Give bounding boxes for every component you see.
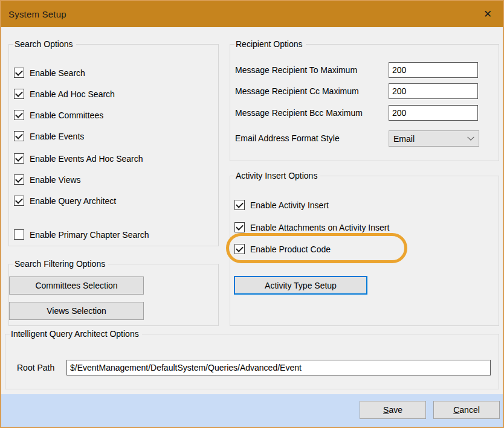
checkbox-enable-events[interactable]: Enable Events xyxy=(14,130,84,142)
checkbox-label: Enable Views xyxy=(30,175,81,185)
checkbox-box-icon[interactable] xyxy=(14,89,24,99)
recipient-cc-maximum-input[interactable]: 200 xyxy=(389,83,478,99)
groupbox-recipient-options: Recipient Options Message Recipient To M… xyxy=(230,44,499,161)
cancel-button[interactable]: Cancel xyxy=(433,401,500,419)
titlebar: System Setup ✕ xyxy=(1,1,503,27)
checkbox-label: Enable Committees xyxy=(30,110,103,120)
checkbox-box-icon[interactable] xyxy=(14,153,24,164)
button-label: Views Selection xyxy=(47,306,106,316)
root-path-input[interactable]: $/EventManagement/DefaultSystem/Queries/… xyxy=(66,360,491,375)
dropdown-selected-value: Email xyxy=(393,134,415,144)
checkbox-box-icon[interactable] xyxy=(234,200,245,210)
groupbox-title: Recipient Options xyxy=(234,39,306,49)
checkbox-box-icon[interactable] xyxy=(14,174,24,185)
button-label: Committees Selection xyxy=(35,281,117,290)
checkbox-label: Enable Primary Chapter Search xyxy=(30,230,149,240)
checkbox-box-icon[interactable] xyxy=(14,131,24,141)
activity-type-setup-button[interactable]: Activity Type Setup xyxy=(234,276,367,295)
checkbox-box-icon[interactable] xyxy=(14,229,24,240)
button-label: Activity Type Setup xyxy=(265,281,337,290)
field-label-recipient-bcc-maximum: Message Recipient Bcc Maximum xyxy=(235,105,363,121)
checkbox-label: Enable Activity Insert xyxy=(250,200,329,210)
groupbox-search-options: Search Options Enable Search Enable Ad H… xyxy=(8,44,219,246)
checkbox-label: Enable Attachments on Activity Insert xyxy=(250,223,389,232)
save-button[interactable]: Save xyxy=(360,401,426,419)
close-icon[interactable]: ✕ xyxy=(476,1,499,27)
checkbox-box-icon[interactable] xyxy=(234,244,245,254)
groupbox-activity-insert-options: Activity Insert Options Enable Activity … xyxy=(230,176,499,326)
groupbox-intelligent-query-architect-options: Intelligent Query Architect Options Root… xyxy=(5,334,499,389)
system-setup-dialog: System Setup ✕ Search Options Enable Sea… xyxy=(0,0,504,428)
window-title: System Setup xyxy=(8,9,66,19)
checkbox-enable-query-architect[interactable]: Enable Query Architect xyxy=(14,195,116,206)
views-selection-button[interactable]: Views Selection xyxy=(9,302,144,320)
chevron-down-icon xyxy=(467,133,474,140)
checkbox-label: Enable Events Ad Hoc Search xyxy=(30,154,143,164)
groupbox-search-filtering-options: Search Filtering Options Committees Sele… xyxy=(8,264,219,326)
checkbox-box-icon[interactable] xyxy=(14,68,24,78)
checkbox-enable-primary-chapter-search[interactable]: Enable Primary Chapter Search xyxy=(14,229,149,240)
checkbox-enable-views[interactable]: Enable Views xyxy=(14,174,81,185)
footer-bar: Save Cancel xyxy=(1,394,503,427)
checkbox-label: Enable Product Code xyxy=(250,244,331,254)
checkbox-enable-events-ad-hoc-search[interactable]: Enable Events Ad Hoc Search xyxy=(14,153,143,164)
button-label: Save xyxy=(383,405,402,415)
checkbox-enable-activity-insert[interactable]: Enable Activity Insert xyxy=(234,199,329,211)
checkbox-enable-search[interactable]: Enable Search xyxy=(14,67,85,78)
groupbox-title: Activity Insert Options xyxy=(234,171,320,180)
checkbox-box-icon[interactable] xyxy=(14,196,24,206)
checkbox-enable-product-code[interactable]: Enable Product Code xyxy=(234,243,331,255)
field-label-email-address-format-style: Email Address Format Style xyxy=(235,130,340,146)
checkbox-box-icon[interactable] xyxy=(14,110,24,120)
groupbox-title: Search Options xyxy=(13,39,76,49)
email-address-format-style-dropdown[interactable]: Email xyxy=(389,130,479,147)
checkbox-enable-attachments-on-activity-insert[interactable]: Enable Attachments on Activity Insert xyxy=(234,222,389,233)
field-label-recipient-cc-maximum: Message Recipient Cc Maximum xyxy=(235,83,359,99)
checkbox-label: Enable Search xyxy=(30,68,85,78)
root-path-label: Root Path xyxy=(17,360,54,375)
checkbox-label: Enable Ad Hoc Search xyxy=(30,89,115,99)
committees-selection-button[interactable]: Committees Selection xyxy=(9,276,144,295)
field-label-recipient-to-maximum: Message Recipient To Maximum xyxy=(235,62,357,78)
button-label: Cancel xyxy=(453,405,480,415)
recipient-to-maximum-input[interactable]: 200 xyxy=(389,62,478,78)
checkbox-enable-ad-hoc-search[interactable]: Enable Ad Hoc Search xyxy=(14,88,115,100)
checkbox-label: Enable Query Architect xyxy=(30,196,116,206)
checkbox-box-icon[interactable] xyxy=(234,222,245,232)
groupbox-title: Search Filtering Options xyxy=(13,259,108,269)
checkbox-enable-committees[interactable]: Enable Committees xyxy=(14,109,103,121)
recipient-bcc-maximum-input[interactable]: 200 xyxy=(389,105,478,121)
checkbox-label: Enable Events xyxy=(30,132,84,141)
groupbox-title: Intelligent Query Architect Options xyxy=(10,329,142,339)
